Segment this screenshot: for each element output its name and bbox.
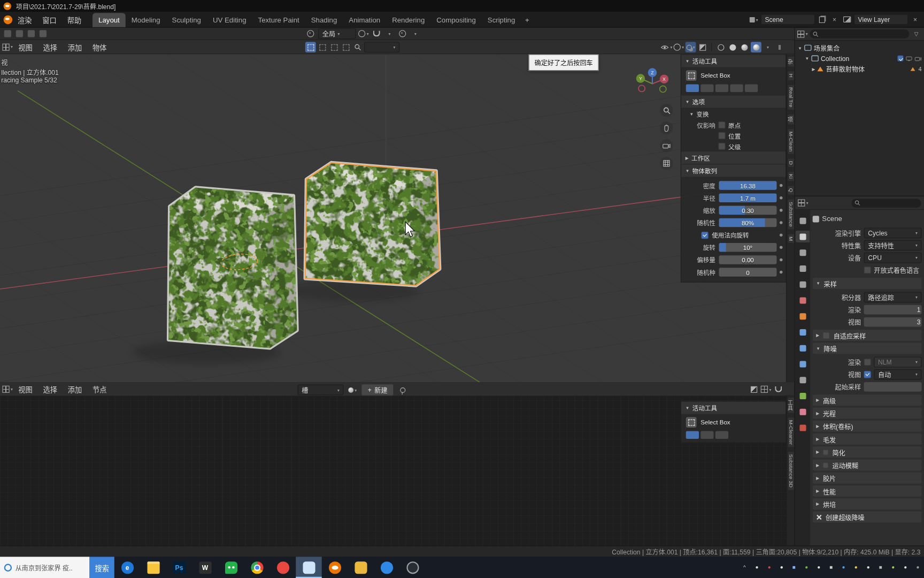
properties-tab[interactable]: [796, 294, 810, 306]
tray-icon[interactable]: ■: [825, 557, 837, 578]
outliner-filter-icon[interactable]: ▾: [797, 28, 808, 39]
visibility-eye-icon[interactable]: ▾: [661, 42, 673, 52]
properties-section-header[interactable]: ▶ 胶片: [813, 473, 922, 484]
workspace-panel-header[interactable]: ▶工作区: [681, 151, 786, 164]
overlays-icon[interactable]: ▾: [686, 42, 696, 52]
sidebar-tab[interactable]: Substance 3D: [787, 451, 794, 490]
node-editor-menu[interactable]: 视图: [13, 384, 37, 394]
sidebar-tab[interactable]: H: [787, 71, 794, 80]
pan-hand-icon[interactable]: [660, 121, 673, 134]
affect-origins-checkbox[interactable]: [718, 121, 725, 128]
mode-icon-1[interactable]: [2, 28, 13, 39]
select-mode-new[interactable]: [686, 431, 699, 439]
integrator-select[interactable]: 路径追踪▾: [864, 292, 922, 302]
transform-orientation-select[interactable]: 全局▾: [318, 28, 356, 39]
proportional-editing-icon[interactable]: [397, 28, 408, 39]
properties-section-header[interactable]: ▶ 高级: [813, 394, 922, 406]
properties-tab[interactable]: [796, 278, 810, 290]
outliner-row-collection[interactable]: ▼ Collection: [795, 53, 924, 64]
properties-tab[interactable]: [796, 358, 810, 370]
properties-section-header[interactable]: ▶ 性能: [813, 485, 922, 497]
select-mode-extend[interactable]: [700, 431, 713, 439]
topbar-menu[interactable]: 窗口: [37, 14, 61, 25]
keyframe-dot[interactable]: [780, 246, 783, 249]
workspace-tab[interactable]: Modeling: [126, 13, 166, 27]
taskbar-app-icon[interactable]: W: [192, 557, 218, 578]
properties-tab[interactable]: [796, 231, 810, 242]
osl-checkbox[interactable]: [864, 267, 871, 273]
new-material-button[interactable]: +新建: [361, 384, 394, 396]
snap-magnet-icon[interactable]: [371, 28, 382, 39]
sidebar-tab[interactable]: M-Clean: [787, 128, 794, 155]
sidebar-tab[interactable]: Ki: [787, 171, 794, 182]
keyframe-dot[interactable]: [780, 233, 783, 237]
topbar-menu[interactable]: 渲染: [12, 14, 37, 25]
properties-section-header[interactable]: ▶ 毛发: [813, 434, 922, 445]
options-panel-header[interactable]: ▼选项: [681, 96, 786, 109]
outliner-search[interactable]: [810, 29, 909, 39]
render-samples-field[interactable]: 1: [864, 305, 922, 314]
scene-selector[interactable]: Scene: [761, 14, 815, 25]
camera-icon[interactable]: [914, 56, 921, 61]
keyframe-dot[interactable]: [780, 258, 783, 262]
workspace-tab[interactable]: Compositing: [430, 13, 482, 27]
sidebar-tab[interactable]: 杂: [787, 56, 794, 67]
navigation-gizmo[interactable]: Z X Y: [636, 68, 669, 92]
properties-tab[interactable]: [796, 422, 810, 434]
pivot-point-icon[interactable]: ▾: [358, 28, 369, 39]
feature-set-select[interactable]: 支持特性▾: [864, 240, 922, 250]
screen-icon[interactable]: [906, 56, 912, 61]
tray-icon[interactable]: ●: [850, 557, 862, 578]
mode-icon-3[interactable]: [26, 28, 36, 39]
gizmo-minus-x[interactable]: [638, 85, 645, 92]
xray-toggle-icon[interactable]: [697, 42, 708, 52]
properties-section-header[interactable]: ▶ 运动模糊: [813, 459, 922, 470]
select-box-new-icon[interactable]: [305, 42, 316, 52]
new-scene-button[interactable]: [817, 14, 827, 25]
remove-view-layer-button[interactable]: ×: [910, 14, 921, 25]
sampling-section-header[interactable]: ▼采样: [813, 278, 922, 289]
node-editor-menu[interactable]: 添加: [63, 384, 87, 394]
keyframe-dot[interactable]: [780, 184, 783, 187]
scatter-panel-header[interactable]: ▼物体散列: [681, 164, 786, 177]
properties-tab[interactable]: [796, 406, 810, 417]
taskbar-app-icon[interactable]: e: [114, 557, 140, 578]
taskbar-app-icon[interactable]: Ps: [166, 557, 192, 578]
gizmos-icon[interactable]: ▾: [674, 42, 684, 52]
viewport-canvas[interactable]: Z X Y 视 llection | 立方体.001 racing Sample…: [0, 54, 795, 382]
section-checkbox[interactable]: [823, 449, 829, 455]
workspace-tab[interactable]: Scripting: [482, 13, 521, 27]
tray-icon[interactable]: ●: [800, 557, 813, 578]
properties-search[interactable]: [851, 199, 921, 208]
sidebar-tab[interactable]: Q: [787, 185, 794, 195]
keyframe-dot[interactable]: [780, 221, 783, 224]
select-mode-subtract[interactable]: [715, 85, 728, 92]
sidebar-tab[interactable]: M: [787, 233, 794, 244]
sidebar-tab[interactable]: Real Tre: [787, 84, 794, 110]
view-layer-selector[interactable]: View Layer: [854, 14, 908, 25]
properties-section-header[interactable]: ▶ 光程: [813, 408, 922, 419]
properties-tab[interactable]: [796, 247, 810, 258]
tray-icon[interactable]: ●: [775, 557, 788, 578]
select-mode-invert[interactable]: [730, 85, 743, 92]
editor-type-icon[interactable]: ▾: [2, 384, 13, 394]
view-layer-icon[interactable]: [842, 14, 852, 25]
properties-tab[interactable]: [796, 262, 810, 274]
taskbar-app-icon[interactable]: [399, 557, 425, 578]
exclude-checkbox[interactable]: [897, 56, 903, 62]
blender-menu-icon[interactable]: [4, 15, 13, 24]
denoise-render-checkbox[interactable]: [864, 358, 871, 365]
properties-tab[interactable]: [796, 326, 810, 338]
shading-options-caret[interactable]: ▾: [763, 42, 773, 52]
render-engine-select[interactable]: Cycles▾: [864, 227, 922, 238]
device-select[interactable]: CPU▾: [864, 252, 922, 263]
ortho-grid-icon[interactable]: [660, 157, 673, 170]
tray-icon[interactable]: ^: [738, 557, 751, 578]
taskbar-app-icon[interactable]: [270, 557, 296, 578]
workspace-tab[interactable]: Sculpting: [166, 13, 207, 27]
overlap-icon[interactable]: [749, 384, 759, 394]
tray-icon[interactable]: ■: [788, 557, 800, 578]
gizmo-minus-y[interactable]: [660, 86, 666, 92]
properties-tab[interactable]: [796, 215, 810, 226]
snap-grid-icon[interactable]: ▾: [761, 384, 772, 394]
